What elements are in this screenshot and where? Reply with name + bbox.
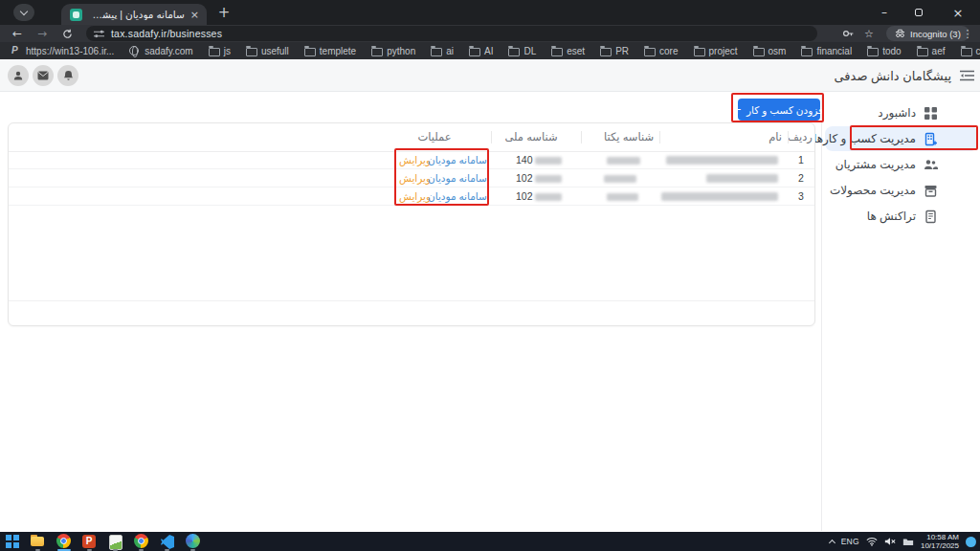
add-business-label: افزودن کسب و کار: [746, 104, 826, 116]
moadian-system-link[interactable]: سامانه مودیان: [428, 172, 487, 184]
column-header-name: نام: [669, 130, 782, 143]
add-business-button[interactable]: + افزودن کسب و کار: [738, 99, 820, 121]
password-manager-icon[interactable]: [838, 25, 858, 42]
businesses-icon: [924, 132, 938, 146]
sidebar-item-businesses[interactable]: مدیریت کسب و کارها: [825, 126, 978, 151]
taskbar-app-icon[interactable]: [133, 533, 150, 550]
browser-menu-icon[interactable]: ⋮: [959, 25, 976, 42]
row-index: 3: [793, 190, 809, 202]
forward-button[interactable]: →: [31, 25, 54, 42]
bookmark-item[interactable]: AI: [468, 45, 493, 56]
bookmark-item[interactable]: financial: [800, 45, 852, 56]
incognito-icon: [895, 29, 905, 38]
sidebar-collapse-icon[interactable]: [960, 70, 974, 81]
redacted-unique-id: [604, 175, 636, 183]
tray-time: 10:58 AM: [921, 533, 959, 541]
redacted-national-id: [535, 175, 562, 183]
incognito-badge[interactable]: Incognito (3): [886, 26, 969, 41]
bookmark-icon: [128, 45, 140, 56]
messages-button[interactable]: [33, 65, 54, 86]
reload-button[interactable]: [56, 25, 78, 42]
dashboard-icon: [924, 106, 938, 121]
moadian-system-link[interactable]: سامانه مودیان: [428, 154, 487, 165]
edit-link[interactable]: ویرایش: [399, 154, 431, 165]
bookmark-item[interactable]: core: [643, 45, 678, 56]
chevron-down-icon: [20, 7, 28, 14]
bookmark-item[interactable]: sadafy.com: [128, 45, 192, 56]
taskbar-app-icon[interactable]: [30, 533, 47, 550]
language-indicator[interactable]: ENG: [841, 537, 859, 546]
wifi-icon[interactable]: [866, 537, 878, 546]
tray-overflow-icon[interactable]: [829, 539, 835, 545]
bookmark-label: DL: [523, 46, 536, 56]
bookmark-item[interactable]: todo: [866, 45, 901, 56]
tab-close-icon[interactable]: ×: [190, 10, 199, 20]
tab-search-button[interactable]: [13, 4, 34, 21]
url-bar[interactable]: tax.sadafy.ir/businesses: [86, 26, 817, 41]
sidebar-item-customers[interactable]: مدیریت مشتریان: [825, 152, 978, 177]
taskbar-app-icon[interactable]: [185, 533, 202, 550]
column-header-row: ردیف: [786, 130, 814, 143]
table-row: ویرایش سامانه مودیان 102 2: [9, 169, 814, 187]
tab-title: سامانه مودیان | پیشگامان دانش: [88, 9, 185, 20]
notifications-button[interactable]: [57, 65, 78, 86]
bookmark-item[interactable]: https://win13-106.ir...: [10, 45, 114, 56]
reload-icon: [62, 29, 73, 39]
redacted-unique-id: [607, 193, 638, 201]
bookmark-item[interactable]: osm: [752, 45, 787, 56]
edit-link[interactable]: ویرایش: [399, 190, 431, 202]
national-id-value: 102: [516, 190, 533, 202]
redacted-national-id: [535, 193, 562, 201]
plus-icon: +: [732, 104, 742, 116]
bookmark-item[interactable]: js: [208, 45, 231, 56]
bookmark-star-icon[interactable]: ☆: [859, 25, 879, 42]
clock[interactable]: 10:58 AM 10/17/2025: [921, 533, 959, 550]
tune-icon: [94, 29, 104, 39]
window-maximize-button[interactable]: [902, 0, 936, 25]
sidebar-item-transactions[interactable]: تراکنش ها: [825, 204, 978, 229]
back-button[interactable]: ←: [6, 25, 29, 42]
bookmark-icon: [866, 45, 878, 56]
brand-row: پیشگامان دانش صدفی: [835, 59, 974, 92]
sidebar-item-dashboard[interactable]: داشبورد: [825, 100, 978, 125]
taskbar-app-icon[interactable]: [107, 533, 124, 550]
bookmark-item[interactable]: templete: [303, 45, 356, 56]
profile-button[interactable]: [8, 65, 29, 86]
taskbar-app-icon[interactable]: [159, 533, 176, 550]
notification-badge[interactable]: [966, 537, 976, 547]
redacted-name: [666, 156, 778, 165]
tray-date: 10/17/2025: [921, 541, 959, 550]
browser-tab[interactable]: سامانه مودیان | پیشگامان دانش ×: [61, 4, 207, 25]
window-minimize-button[interactable]: –: [867, 0, 902, 25]
bookmark-item[interactable]: aef: [916, 45, 946, 56]
bookmark-item[interactable]: eset: [550, 45, 585, 56]
taskbar-app-icon[interactable]: [4, 533, 21, 550]
redacted-name: [661, 192, 778, 201]
window-close-button[interactable]: ×: [936, 0, 980, 25]
onedrive-folder-icon[interactable]: [902, 537, 914, 546]
browser-tabstrip: سامانه مودیان | پیشگامان دانش × + – ×: [0, 0, 980, 25]
bookmark-item[interactable]: ai: [430, 45, 454, 56]
taskbar-app-icon[interactable]: [81, 533, 99, 550]
taskbar-app-icon[interactable]: [56, 533, 73, 550]
moadian-system-link[interactable]: سامانه مودیان: [428, 190, 487, 202]
bookmark-item[interactable]: usefull: [245, 45, 289, 56]
edit-link[interactable]: ویرایش: [399, 172, 431, 184]
customers-icon: [924, 158, 938, 172]
bookmark-icon: [800, 45, 812, 56]
bookmark-icon: [507, 45, 519, 56]
bookmark-item[interactable]: DL: [507, 45, 536, 56]
bookmark-label: ai: [446, 46, 454, 56]
sidebar-item-products[interactable]: مدیریت محصولات: [825, 178, 978, 203]
bookmark-item[interactable]: PR: [599, 45, 629, 56]
new-tab-button[interactable]: +: [214, 3, 234, 22]
bookmark-item[interactable]: python: [370, 45, 415, 56]
bookmark-item[interactable]: c++: [960, 45, 980, 56]
table-footer-divider: [9, 300, 814, 301]
bookmark-item[interactable]: project: [693, 45, 738, 56]
bookmark-icon: [370, 45, 382, 56]
national-id-value: 140: [516, 154, 533, 165]
bookmark-label: sadafy.com: [145, 46, 192, 56]
column-divider: [581, 131, 582, 143]
volume-muted-icon[interactable]: [884, 537, 896, 546]
